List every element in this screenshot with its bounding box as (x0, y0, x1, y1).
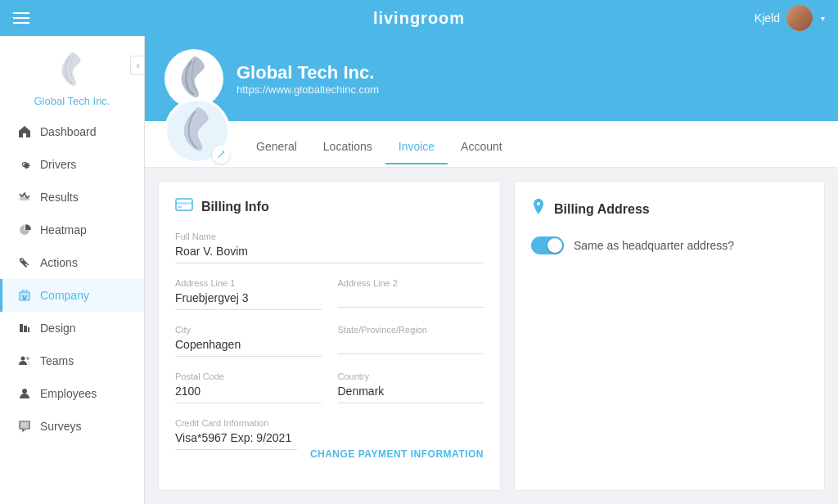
pencil-icon (216, 150, 226, 160)
sidebar-item-surveys[interactable]: Surveys (0, 410, 144, 443)
toggle-knob (547, 238, 562, 253)
company-title: Global Tech Inc. (237, 62, 379, 83)
state-field: State/Province/Region (338, 325, 484, 357)
address1-value[interactable]: Fruebjergvej 3 (175, 291, 322, 310)
sidebar-item-teams[interactable]: Teams (0, 344, 144, 377)
city-label: City (175, 325, 322, 335)
sidebar-item-design[interactable]: Design (0, 312, 144, 344)
sidebar-collapse-button[interactable]: ‹ (130, 56, 145, 75)
content-area: Global Tech Inc. https://www.globaltechi… (145, 36, 838, 504)
sidebar: Global Tech Inc. ‹ Dashboard Drivers (0, 36, 145, 504)
profile-photo-container (164, 98, 230, 164)
people-icon (17, 353, 32, 368)
nav-left (13, 12, 29, 24)
sidebar-label-design: Design (40, 322, 76, 335)
building-icon (17, 288, 32, 303)
sidebar-item-results[interactable]: Results (0, 181, 144, 214)
company-url: https://www.globaltechinc.com (237, 83, 379, 96)
app-title: livingroom (373, 9, 465, 28)
cc-field: Credit Card Information Visa*5967 Exp: 9… (175, 418, 297, 450)
pie-icon (17, 223, 32, 237)
cc-value[interactable]: Visa*5967 Exp: 9/2021 (175, 431, 297, 450)
tab-locations[interactable]: Locations (310, 130, 385, 164)
sidebar-label-actions: Actions (40, 256, 78, 269)
address1-label: Address Line 1 (175, 278, 322, 288)
svg-rect-5 (20, 324, 23, 332)
address2-label: Address Line 2 (338, 278, 484, 288)
panels-row: Billing Info Full Name Roar V. Bovim Add… (145, 168, 838, 504)
hamburger-menu[interactable] (13, 12, 29, 24)
sidebar-logo-area: Global Tech Inc. ‹ (0, 36, 144, 115)
sidebar-label-dashboard: Dashboard (40, 125, 97, 138)
credit-card-icon (175, 198, 193, 215)
tab-account[interactable]: Account (448, 130, 516, 164)
same-as-hq-label: Same as headquarter address? (574, 239, 734, 252)
postal-field: Postal Code 2100 (175, 371, 322, 403)
address-row: Address Line 1 Fruebjergvej 3 Address Li… (175, 278, 484, 325)
billing-address-panel: Billing Address Same as headquarter addr… (514, 181, 825, 491)
sidebar-item-company[interactable]: Company (0, 279, 144, 312)
bars-icon (17, 321, 32, 335)
state-label: State/Province/Region (338, 325, 484, 335)
sidebar-item-heatmap[interactable]: Heatmap (0, 214, 144, 246)
tab-general[interactable]: General (243, 130, 310, 164)
sidebar-label-results: Results (40, 191, 79, 204)
tabs-bar: General Locations Invoice Account (237, 130, 522, 164)
tab-invoice[interactable]: Invoice (385, 130, 448, 164)
person-icon (17, 386, 32, 401)
sidebar-logo (51, 49, 93, 92)
svg-rect-6 (24, 326, 27, 332)
city-value[interactable]: Copenhagen (175, 338, 322, 357)
sidebar-item-actions[interactable]: Actions (0, 246, 144, 279)
sidebar-item-drivers[interactable]: Drivers (0, 148, 144, 181)
city-field: City Copenhagen (175, 325, 322, 357)
top-nav: livingroom Kjeld ▾ (0, 0, 838, 36)
location-pin-icon (531, 198, 546, 220)
user-menu-chevron[interactable]: ▾ (821, 14, 825, 23)
svg-rect-7 (28, 327, 29, 332)
postal-value[interactable]: 2100 (175, 385, 322, 403)
billing-address-title: Billing Address (554, 202, 650, 217)
sidebar-nav: Dashboard Drivers Results (0, 115, 144, 443)
country-field: Country Denmark (338, 371, 484, 403)
full-name-field: Full Name Roar V. Bovim (175, 232, 484, 263)
sidebar-company-name: Global Tech Inc. (34, 95, 110, 107)
chat-icon (17, 419, 32, 434)
wrench-icon (17, 255, 32, 270)
change-payment-button[interactable]: CHANGE PAYMENT INFORMATION (310, 448, 484, 465)
full-name-value[interactable]: Roar V. Bovim (175, 245, 484, 263)
billing-address-header: Billing Address (531, 198, 808, 220)
company-logo-banner (169, 52, 219, 105)
user-name: Kjeld (755, 11, 780, 25)
sidebar-label-teams: Teams (40, 354, 74, 367)
same-as-hq-toggle[interactable] (531, 236, 564, 254)
svg-rect-3 (25, 295, 27, 297)
credit-card-row: Credit Card Information Visa*5967 Exp: 9… (175, 418, 484, 465)
billing-info-header: Billing Info (175, 198, 484, 215)
sidebar-label-company: Company (40, 289, 89, 302)
edit-profile-button[interactable] (212, 146, 230, 164)
city-state-row: City Copenhagen State/Province/Region (175, 325, 484, 371)
same-as-hq-row: Same as headquarter address? (531, 236, 808, 254)
nav-right: Kjeld ▾ (755, 5, 825, 31)
house-icon (17, 124, 32, 139)
country-value[interactable]: Denmark (338, 385, 484, 403)
profile-area: General Locations Invoice Account (145, 121, 838, 168)
chart-icon (17, 190, 32, 205)
address2-field: Address Line 2 (338, 278, 484, 310)
company-banner: Global Tech Inc. https://www.globaltechi… (145, 36, 838, 121)
billing-info-panel: Billing Info Full Name Roar V. Bovim Add… (158, 181, 501, 491)
avatar[interactable] (786, 5, 813, 31)
address2-value[interactable] (338, 291, 484, 308)
svg-point-8 (21, 357, 25, 361)
main-layout: Global Tech Inc. ‹ Dashboard Drivers (0, 36, 838, 504)
sidebar-item-employees[interactable]: Employees (0, 377, 144, 410)
country-label: Country (338, 371, 484, 381)
cc-label: Credit Card Information (175, 418, 297, 428)
state-value[interactable] (338, 338, 484, 354)
avatar-image (786, 5, 813, 31)
company-logo-svg (52, 49, 92, 92)
sidebar-item-dashboard[interactable]: Dashboard (0, 115, 144, 148)
address1-field: Address Line 1 Fruebjergvej 3 (175, 278, 322, 310)
svg-rect-13 (178, 206, 182, 208)
